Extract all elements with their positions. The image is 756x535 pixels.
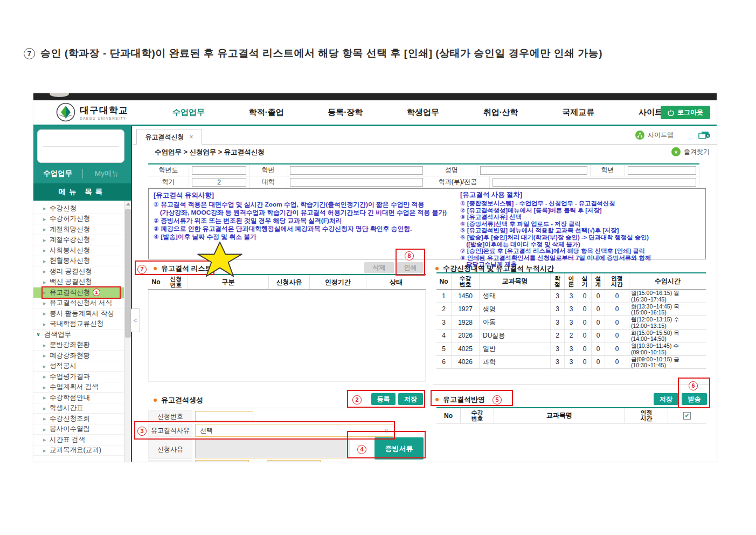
enrollment-body: 11450생태33000월(15:00~16:15) 월(16:30~17:45… [436, 290, 706, 369]
sidebar-menu-item[interactable]: ▶생리 공결신청 [33, 266, 125, 277]
send-button[interactable]: 발송 [682, 393, 707, 405]
scroll-up-icon[interactable] [126, 202, 130, 207]
annotation-7-icon: 7 [137, 265, 147, 274]
text-input[interactable] [493, 178, 696, 187]
arrow-right-icon: ▶ [43, 354, 46, 358]
checkbox-checked-icon[interactable]: ✔ [683, 412, 691, 420]
text-input[interactable] [290, 178, 423, 187]
period-start-input[interactable] [195, 460, 249, 462]
text-input[interactable] [628, 166, 696, 175]
print-button[interactable]: 인쇄 [397, 262, 424, 273]
cell-practice: 0 [578, 342, 592, 355]
arrow-right-icon: ▶ [43, 449, 46, 453]
sidebar-menu-item[interactable]: ▶사회봉사신청 [33, 245, 125, 256]
logo-title: 대구대학교 [80, 104, 128, 116]
university-emblem-icon [56, 102, 75, 122]
text-input[interactable] [480, 166, 587, 175]
sidebar-menu-item[interactable]: ▶계절희망신청 [33, 224, 125, 235]
sidebar-menu-item[interactable]: ▶시간표 검색 [33, 435, 125, 445]
register-button[interactable]: 등록 [371, 393, 396, 405]
tab-close-icon[interactable]: × [189, 133, 193, 141]
delete-button[interactable]: 삭제 [364, 262, 394, 273]
sidebar-collapse-handle[interactable]: < [130, 308, 140, 332]
tab-absence-application[interactable]: 유고결석신청 × [136, 129, 202, 145]
cell-practice: 0 [578, 356, 592, 369]
sidebar-menu-item[interactable]: ▶봉사 활동계획서 작성 [33, 308, 125, 319]
cell-theory: 3 [565, 342, 578, 355]
student-form-row2: 학기2대학학과(부)/전공 [148, 176, 699, 188]
sidebar-menu-item[interactable]: ▶수업계획서 검색 [33, 382, 125, 393]
sidebar-menu-item[interactable]: ∨검색업무 [33, 330, 125, 340]
sidebar-menu-item[interactable]: ▶백신 공결신청 [33, 277, 125, 288]
arrow-right-icon: ▶ [43, 238, 46, 243]
sidebar-menu-item[interactable]: ▶학생시간표 [33, 403, 125, 414]
sidebar-menu-item[interactable]: ▶수강학점안내 [33, 393, 125, 403]
reflect-save-button[interactable]: 저장 [654, 393, 678, 405]
sidebar-menu-item[interactable]: ▶성적공시 [33, 361, 125, 372]
sidebar-item-label: 봉사이수열람 [50, 424, 90, 434]
sidebar-menu-item[interactable]: ▶계절수강신청 [33, 235, 125, 246]
text-input[interactable] [290, 166, 423, 175]
field-label: 학기 [148, 176, 189, 188]
evidence-button[interactable]: 증빙서류 [374, 437, 424, 459]
nav-item[interactable]: 국제교류 [562, 107, 594, 118]
header-cell: 상태 [366, 275, 426, 289]
reflect-header-row: No수강번호교과목명인정시간✔ [436, 408, 706, 423]
sidebar-menu-item[interactable]: ▶유고결석신청1 [33, 287, 125, 298]
apply-reason-textarea[interactable] [195, 439, 350, 458]
cell-design: 0 [592, 356, 605, 369]
nav-item[interactable]: 등록·장학 [328, 107, 363, 118]
sidebar-tab[interactable]: My메뉴 [82, 169, 131, 179]
sidebar-menu-item[interactable]: ▶수업평가결과 [33, 372, 125, 382]
sidebar-scrollbar[interactable] [124, 201, 131, 462]
annotation-5-icon: 5 [493, 395, 502, 404]
field-label: 학년도 [148, 164, 189, 176]
popup-window-icon[interactable] [698, 131, 710, 140]
period-separator: ~ [255, 461, 259, 462]
sidebar-menu-item[interactable]: ▶봉사이수열람 [33, 424, 125, 435]
text-input[interactable]: 2 [192, 178, 246, 187]
arrow-right-icon: ▶ [43, 417, 46, 421]
sidebar-menu-item[interactable]: ▶수강신청 [33, 203, 125, 214]
sidebar-menu-item[interactable]: ▶분반강좌현황 [33, 340, 125, 351]
notice-line: ④ [발송]이후 날짜 수정 및 취소 불가 [154, 233, 455, 241]
sitemap-link[interactable]: 사이트맵 [635, 131, 674, 140]
absence-reason-label: 유고결석사유 [148, 424, 192, 437]
notice-line: ⑧ 인쇄된 유고결석확인서를 신청일로부터 7일 이내에 증빙서류와 함께 [460, 255, 704, 262]
sidebar-menu-item[interactable]: ▶유고결석신청서 서식 [33, 298, 125, 309]
sidebar-item-label: 수강학점안내 [50, 393, 90, 402]
sidebar-menu-item[interactable]: ▶헌혈봉사신청 [33, 256, 125, 267]
sidebar-menu-item[interactable]: ▶수강허가신청 [33, 214, 125, 225]
cell-course-name: DU실용 [480, 330, 551, 342]
student-info-form: 학년도학번성명학년 학기2대학학과(부)/전공 [148, 163, 699, 188]
nav-item[interactable]: 학생업무 [407, 107, 439, 118]
favorite-link[interactable]: ★ 즐겨찾기 [671, 147, 710, 156]
menu-list-header: 메뉴 목록 [33, 183, 131, 201]
sidebar-menu-item[interactable]: ▶국내학점교류신청 [33, 319, 125, 330]
sidebar-item-label: 헌혈봉사신청 [50, 256, 90, 265]
logout-button[interactable]: 로그아웃 [661, 106, 710, 119]
annotation-1-icon: 1 [93, 289, 100, 296]
absence-reason-select[interactable]: 선택 ∨ [195, 424, 393, 437]
text-input[interactable] [192, 166, 246, 175]
cell-design: 0 [592, 330, 605, 342]
sidebar-menu-item[interactable]: ▶수강신청조회 [33, 414, 125, 424]
sidebar-item-label: 시간표 검색 [50, 435, 85, 444]
logo-subtitle: DAEGU UNIVERSITY [80, 116, 128, 120]
sidebar-menu-item[interactable]: ▶교과목개요(교과) [33, 445, 125, 456]
period-end-input[interactable] [267, 460, 321, 462]
create-save-button[interactable]: 저장 [398, 393, 423, 405]
sidebar-menu-item[interactable]: ▶폐강강좌현황 [33, 351, 125, 361]
arrow-right-icon: ▶ [43, 365, 46, 369]
sidebar-item-label: 성적공시 [50, 361, 77, 371]
university-logo[interactable]: 대구대학교 DAEGU UNIVERSITY [56, 102, 128, 122]
sidebar-item-label: 학생시간표 [50, 403, 84, 413]
sidebar-tab[interactable]: 수업업무 [33, 169, 82, 179]
cell-practice: 0 [578, 290, 592, 303]
annotation-3-icon: 3 [137, 427, 147, 436]
nav-item[interactable]: 취업·산학 [483, 107, 518, 118]
header-cell: 수업시간 [629, 273, 706, 289]
nav-item[interactable]: 학적·졸업 [249, 107, 284, 118]
apply-no-input[interactable] [195, 411, 253, 421]
nav-item[interactable]: 수업업무 [172, 107, 205, 118]
